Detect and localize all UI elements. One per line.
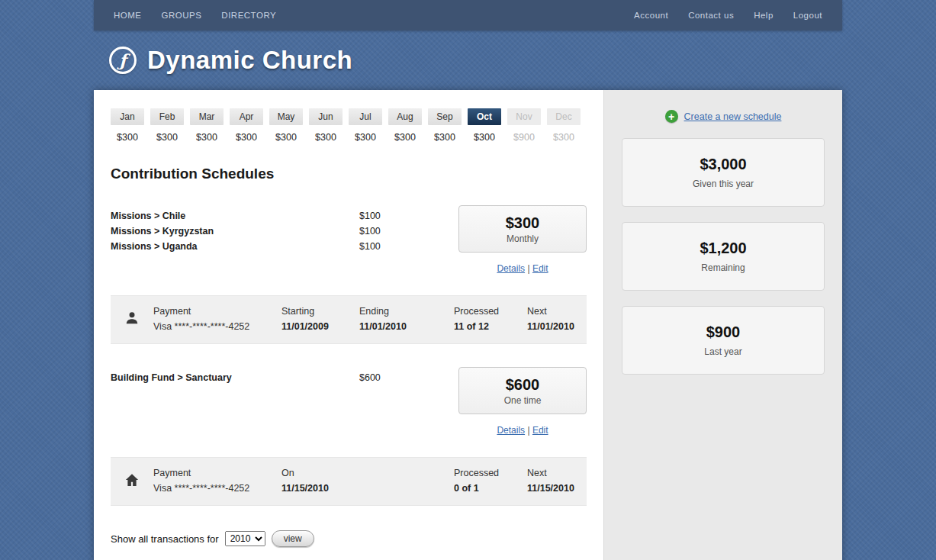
month-value: $300 (468, 132, 501, 143)
fund-name: Building Fund > Sanctuary (111, 372, 359, 383)
month-column-oct: Oct$300 (468, 108, 501, 143)
month-column-apr: Apr$300 (230, 108, 263, 143)
schedule-total-amount: $600 (506, 376, 540, 394)
create-schedule-row: + Create a new schedule (622, 110, 825, 123)
plus-icon: + (665, 110, 678, 123)
view-button[interactable]: view (272, 530, 314, 547)
schedule-building-fund: Building Fund > Sanctuary $600 $600 One … (111, 367, 587, 506)
edit-link[interactable]: Edit (532, 425, 548, 436)
column-value: 11/01/2010 (359, 319, 454, 334)
stat-amount: $900 (706, 323, 741, 341)
column-label: On (281, 465, 359, 481)
payment-ending-column: Ending 11/01/2010 (359, 304, 454, 334)
stat-card-given: $3,000 Given this year (622, 138, 825, 207)
column-value: 11/01/2009 (281, 319, 359, 334)
fund-lines: Building Fund > Sanctuary $600 (111, 367, 454, 446)
column-value (359, 481, 454, 496)
month-column-nov: Nov$900 (507, 108, 541, 143)
year-select[interactable]: 2010 (225, 531, 265, 546)
payment-method-column: Payment Visa ****-****-****-4252 (153, 465, 281, 496)
column-label: Next (527, 304, 587, 319)
transactions-label: Show all transactions for (111, 533, 219, 545)
fund-amount: $100 (359, 211, 381, 221)
column-value: 0 of 1 (454, 481, 527, 496)
payment-next-column: Next 11/01/2010 (527, 304, 587, 334)
month-column-jan: Jan$300 (111, 108, 144, 143)
details-link[interactable]: Details (497, 263, 525, 274)
fund-line: Missions > Chile $100 (111, 208, 454, 224)
month-tabs: Jan$300Feb$300Mar$300Apr$300May$300Jun$3… (111, 108, 587, 143)
fund-line: Building Fund > Sanctuary $600 (111, 370, 454, 385)
schedule-frequency: Monthly (507, 233, 539, 244)
stat-label: Given this year (693, 179, 754, 189)
month-value: $300 (309, 132, 343, 143)
fund-name: Missions > Chile (111, 211, 359, 221)
month-tab-mar[interactable]: Mar (190, 108, 224, 125)
column-value: 11/15/2010 (527, 481, 587, 496)
create-schedule-link[interactable]: Create a new schedule (684, 111, 782, 122)
month-value: $300 (269, 132, 303, 143)
month-tab-aug[interactable]: Aug (388, 108, 422, 125)
person-icon (111, 304, 153, 325)
stat-card-last-year: $900 Last year (622, 306, 825, 375)
nav-item-logout[interactable]: Logout (793, 11, 822, 20)
month-column-dec: Dec$300 (547, 108, 581, 143)
nav-item-account[interactable]: Account (634, 11, 668, 20)
schedule-summary: Missions > Chile $100 Missions > Kyrgyzs… (111, 205, 587, 285)
transactions-row: Show all transactions for 2010 view (111, 530, 587, 547)
details-link[interactable]: Details (497, 425, 525, 436)
column-label (359, 465, 454, 481)
main-panel: Jan$300Feb$300Mar$300Apr$300May$300Jun$3… (94, 90, 603, 560)
payment-starting-column: Starting 11/01/2009 (281, 304, 359, 334)
payment-on-column: On 11/15/2010 (281, 465, 359, 496)
fund-line: Missions > Uganda $100 (111, 239, 454, 254)
column-value: 11 of 12 (454, 319, 527, 334)
fund-lines: Missions > Chile $100 Missions > Kyrgyzs… (111, 205, 454, 285)
column-value: 11/01/2010 (527, 319, 587, 334)
month-column-jun: Jun$300 (309, 108, 343, 143)
fund-amount: $100 (359, 241, 381, 252)
fund-amount: $100 (359, 226, 381, 237)
site-header: ƒ Dynamic Church (94, 31, 842, 90)
church-logo-icon: ƒ (109, 47, 137, 74)
nav-item-contact-us[interactable]: Contact us (688, 11, 734, 20)
column-label: Next (527, 465, 587, 481)
payment-row: Payment Visa ****-****-****-4252 On 11/1… (111, 457, 587, 506)
nav-item-home[interactable]: HOME (114, 11, 142, 20)
home-icon (111, 465, 153, 487)
month-value: $300 (230, 132, 263, 143)
month-value: $300 (349, 132, 382, 143)
nav-item-help[interactable]: Help (754, 11, 774, 20)
nav-item-directory[interactable]: DIRECTORY (221, 11, 276, 20)
schedule-summary: Building Fund > Sanctuary $600 $600 One … (111, 367, 587, 446)
month-value: $900 (507, 132, 541, 143)
schedule-links: Details | Edit (458, 425, 587, 436)
edit-link[interactable]: Edit (532, 263, 548, 274)
payment-method-column: Payment Visa ****-****-****-4252 (153, 304, 281, 334)
nav-item-groups[interactable]: GROUPS (162, 11, 202, 20)
month-tab-apr[interactable]: Apr (230, 108, 263, 125)
schedule-frequency: One time (504, 395, 542, 406)
month-tab-sep[interactable]: Sep (428, 108, 462, 125)
month-tab-jun[interactable]: Jun (309, 108, 343, 125)
fund-name: Missions > Uganda (111, 241, 359, 252)
month-tab-jul[interactable]: Jul (349, 108, 382, 125)
month-value: $300 (150, 132, 184, 143)
month-tab-jan[interactable]: Jan (111, 108, 144, 125)
link-separator: | (527, 263, 529, 274)
column-label: Processed (454, 304, 527, 319)
nav-left: HOME GROUPS DIRECTORY (114, 11, 276, 20)
month-value: $300 (111, 132, 144, 143)
month-value: $300 (547, 132, 581, 143)
month-tab-dec: Dec (547, 108, 581, 125)
stat-label: Last year (704, 346, 741, 357)
top-nav: HOME GROUPS DIRECTORY Account Contact us… (94, 0, 842, 31)
month-tab-may[interactable]: May (269, 108, 303, 125)
month-tab-feb[interactable]: Feb (150, 108, 184, 125)
month-tab-oct[interactable]: Oct (468, 108, 501, 125)
month-column-may: May$300 (269, 108, 303, 143)
payment-row: Payment Visa ****-****-****-4252 Startin… (111, 295, 587, 344)
month-column-sep: Sep$300 (428, 108, 462, 143)
payment-processed-column: Processed 0 of 1 (454, 465, 527, 496)
schedule-missions: Missions > Chile $100 Missions > Kyrgyzs… (111, 205, 587, 344)
